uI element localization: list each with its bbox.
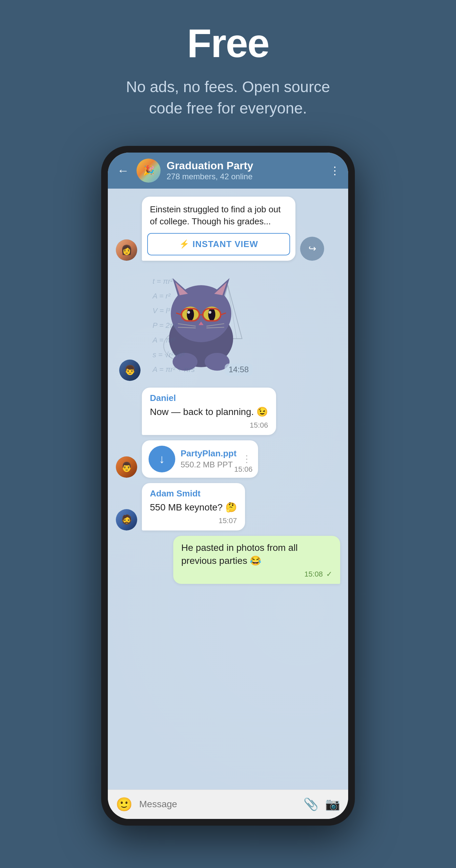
- sticker-row: 👦 t = πr² A = r² V = l³ P = 2πr A = πr² …: [119, 268, 340, 381]
- back-button[interactable]: ←: [116, 162, 130, 179]
- file-message-bubble: ↓ PartyPlan.ppt 550.2 MB PPT ⋮ 15:06: [142, 440, 258, 478]
- svg-point-25: [173, 353, 197, 371]
- message-text: Now — back to planning. 😉: [150, 405, 268, 418]
- message-time: 15:06: [150, 421, 268, 430]
- text-message-bubble: Daniel Now — back to planning. 😉 15:06: [142, 388, 276, 435]
- checkmark-icon: ✓: [326, 570, 332, 578]
- phone-mockup: ← 🎉 Graduation Party 278 members, 42 onl…: [101, 146, 355, 826]
- avatar-image: 👩: [116, 239, 137, 261]
- avatar: 👨: [116, 456, 137, 478]
- avatar-image: 👨: [116, 456, 137, 478]
- message-sender: Adam Smidt: [150, 488, 237, 499]
- svg-point-12: [208, 308, 215, 320]
- forward-icon: ↪: [308, 243, 316, 254]
- message-time: 15:08 ✓: [181, 570, 332, 579]
- message-text: 550 MB keynote? 🤔: [150, 501, 237, 514]
- svg-point-11: [187, 308, 194, 320]
- svg-point-14: [209, 311, 212, 314]
- instant-view-label: INSTANT VIEW: [193, 239, 258, 249]
- file-message-row: 👨 ↓ PartyPlan.ppt 550.2 MB PPT ⋮ 15:06: [116, 440, 340, 478]
- lightning-icon: ⚡: [179, 239, 189, 249]
- message-text: He pasted in photos from all previous pa…: [181, 541, 332, 567]
- article-text: Einstein struggled to find a job out of …: [142, 197, 296, 233]
- group-name: Graduation Party: [166, 160, 324, 172]
- emoji-button[interactable]: 🙂: [116, 797, 132, 812]
- sticker-time: 14:58: [225, 364, 253, 376]
- attach-button[interactable]: 📎: [303, 797, 318, 811]
- svg-point-13: [187, 311, 190, 314]
- text-message-bubble: Adam Smidt 550 MB keynote? 🤔 15:07: [142, 483, 245, 530]
- file-menu-button[interactable]: ⋮: [242, 453, 251, 464]
- file-name: PartyPlan.ppt: [181, 448, 237, 459]
- message-row: 🧔 Adam Smidt 550 MB keynote? 🤔 15:07: [116, 483, 340, 530]
- phone-screen: ← 🎉 Graduation Party 278 members, 42 onl…: [108, 153, 348, 819]
- download-icon: ↓: [159, 452, 165, 466]
- avatar-image: 👦: [119, 360, 141, 381]
- message-row: 👩 Einstein struggled to find a job out o…: [116, 197, 340, 261]
- message-row: Daniel Now — back to planning. 😉 15:06: [116, 388, 340, 435]
- download-button[interactable]: ↓: [149, 446, 175, 472]
- group-avatar: 🎉: [136, 159, 160, 183]
- file-info: PartyPlan.ppt 550.2 MB PPT: [181, 448, 237, 469]
- avatar: 🧔: [116, 509, 137, 530]
- message-time: 15:07: [150, 517, 237, 525]
- hero-title: Free: [187, 20, 269, 66]
- avatar: 👦: [119, 360, 141, 381]
- chat-area: 👩 Einstein struggled to find a job out o…: [108, 189, 348, 789]
- cat-sticker: [146, 268, 253, 374]
- own-message-row: He pasted in photos from all previous pa…: [116, 536, 340, 584]
- group-avatar-image: 🎉: [136, 159, 160, 183]
- time-value: 15:08: [304, 570, 323, 578]
- forward-button[interactable]: ↪: [300, 237, 324, 261]
- camera-button[interactable]: 📷: [325, 797, 340, 811]
- group-status: 278 members, 42 online: [166, 172, 324, 181]
- own-message-bubble: He pasted in photos from all previous pa…: [173, 536, 340, 584]
- instant-view-button[interactable]: ⚡ INSTANT VIEW: [147, 233, 290, 255]
- sticker-sender-avatar: 👦: [119, 360, 141, 381]
- article-bubble: Einstein struggled to find a job out of …: [142, 197, 296, 261]
- header-menu-button[interactable]: ⋮: [330, 164, 340, 177]
- message-input[interactable]: [139, 799, 297, 810]
- chat-header: ← 🎉 Graduation Party 278 members, 42 onl…: [108, 153, 348, 189]
- file-size: 550.2 MB PPT: [181, 460, 237, 469]
- message-sender: Daniel: [150, 393, 268, 403]
- avatar-image: 🧔: [116, 509, 137, 530]
- file-time: 15:06: [234, 465, 253, 474]
- avatar: 👩: [116, 239, 137, 261]
- chat-input-bar: 🙂 📎 📷: [108, 789, 348, 819]
- sticker-container: t = πr² A = r² V = l³ P = 2πr A = πr² s …: [146, 268, 260, 381]
- header-info: Graduation Party 278 members, 42 online: [166, 160, 324, 181]
- hero-subtitle: No ads, no fees. Open source code free f…: [111, 76, 345, 119]
- article-message: Einstein struggled to find a job out of …: [142, 197, 296, 261]
